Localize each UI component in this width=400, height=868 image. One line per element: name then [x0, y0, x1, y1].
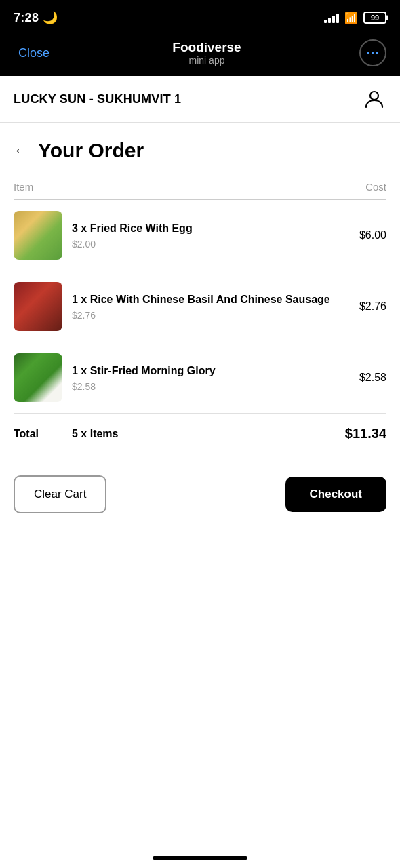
- more-button[interactable]: ···: [359, 39, 386, 66]
- total-label: Total: [14, 428, 62, 440]
- item-cost-1: $6.00: [346, 229, 386, 241]
- item-cost-2: $2.76: [346, 300, 386, 313]
- total-cost: $11.34: [345, 426, 386, 441]
- item-unit-price-1: $2.00: [72, 239, 336, 250]
- restaurant-name: LUCKY SUN - SUKHUMVIT 1: [14, 92, 181, 106]
- item-details-fried-rice: 3 x Fried Rice With Egg $2.00: [72, 221, 336, 250]
- item-cost-3: $2.58: [346, 372, 386, 384]
- table-header-item: Item: [14, 181, 33, 193]
- app-subtitle: mini app: [189, 55, 225, 66]
- restaurant-header: LUCKY SUN - SUKHUMVIT 1: [0, 76, 400, 123]
- app-title: Foodiverse: [172, 40, 241, 55]
- item-details-morning-glory: 1 x Stir-Fried Morning Glory $2.58: [72, 363, 336, 392]
- battery-icon: 99: [363, 12, 386, 24]
- top-nav: Close Foodiverse mini app ···: [0, 34, 400, 76]
- item-image-morning-glory: [14, 353, 62, 402]
- item-unit-price-2: $2.76: [72, 310, 336, 321]
- table-row: 3 x Fried Rice With Egg $2.00 $6.00: [14, 200, 386, 271]
- item-name-2: 1 x Rice With Chinese Basil And Chinese …: [72, 292, 336, 307]
- order-title: Your Order: [38, 139, 144, 162]
- home-indicator: [153, 856, 247, 860]
- total-row: Total 5 x Items $11.34: [14, 414, 386, 455]
- status-time: 7:28 🌙: [14, 10, 58, 25]
- svg-point-0: [370, 92, 378, 100]
- item-name-3: 1 x Stir-Fried Morning Glory: [72, 363, 336, 378]
- item-details-chinese-basil: 1 x Rice With Chinese Basil And Chinese …: [72, 292, 336, 321]
- back-arrow-icon[interactable]: ←: [14, 142, 28, 159]
- checkout-button[interactable]: Checkout: [285, 477, 386, 512]
- item-unit-price-3: $2.58: [72, 381, 336, 392]
- status-bar: 7:28 🌙 📶 99: [0, 0, 400, 34]
- table-header: Item Cost: [14, 181, 386, 200]
- close-button[interactable]: Close: [14, 46, 54, 60]
- item-name-1: 3 x Fried Rice With Egg: [72, 221, 336, 236]
- item-image-chinese-basil: [14, 282, 62, 331]
- order-section: ← Your Order Item Cost 3 x Fried Rice Wi…: [0, 123, 400, 469]
- order-header: ← Your Order: [14, 139, 386, 162]
- status-icons: 📶 99: [324, 12, 386, 24]
- nav-center: Foodiverse mini app: [172, 40, 241, 66]
- user-icon[interactable]: [362, 87, 386, 111]
- table-row: 1 x Rice With Chinese Basil And Chinese …: [14, 271, 386, 342]
- wifi-icon: 📶: [344, 12, 358, 24]
- table-row: 1 x Stir-Fried Morning Glory $2.58 $2.58: [14, 342, 386, 414]
- signal-icon: [324, 12, 339, 23]
- total-items: 5 x Items: [72, 428, 336, 440]
- clear-cart-button[interactable]: Clear Cart: [14, 475, 106, 513]
- item-image-fried-rice: [14, 211, 62, 260]
- action-buttons: Clear Cart Checkout: [0, 469, 400, 534]
- table-header-cost: Cost: [365, 181, 386, 193]
